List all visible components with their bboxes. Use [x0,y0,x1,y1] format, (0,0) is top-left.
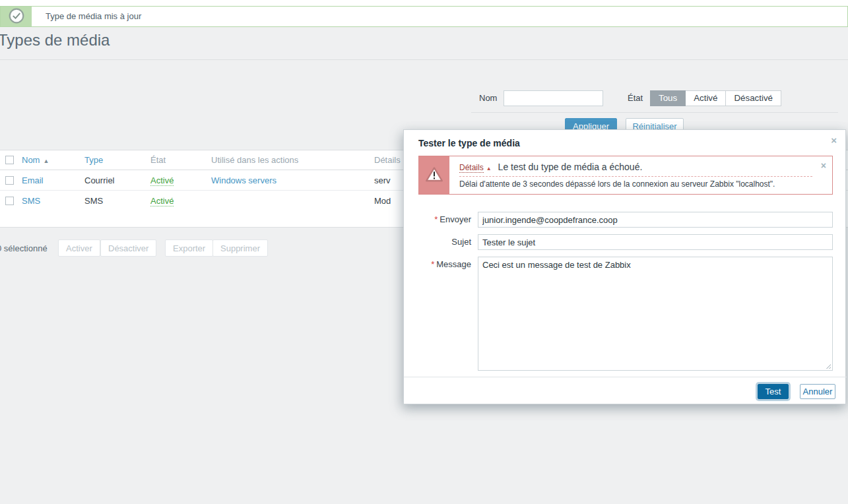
state-toggle-link[interactable]: Activé [150,196,174,206]
deactivate-button[interactable]: Désactiver [100,239,156,257]
filter-state-label: État [628,90,643,106]
message-textarea[interactable]: Ceci est un message de test de Zabbix [478,257,833,371]
column-header-nom[interactable]: Nom [22,155,40,165]
filter-divider [471,112,838,113]
title-divider [0,59,848,60]
send-to-input[interactable] [478,212,833,228]
details-cell: Mod [374,191,391,211]
alert-detail-text: Délai d'attente de 3 secondes dépassé lo… [459,179,812,189]
row-checkbox[interactable] [5,197,14,205]
row-checkbox[interactable] [5,176,14,185]
filter-state-tous-button[interactable]: Tous [650,90,686,106]
select-all-checkbox[interactable] [5,156,14,164]
check-icon [9,8,24,26]
subject-label: Sujet [404,234,471,250]
message-label: *Message [404,257,471,272]
media-type-link[interactable]: Email [22,170,44,191]
column-header-details: Détails [374,150,401,170]
activate-button[interactable]: Activer [58,239,100,257]
filter-state-active-button[interactable]: Activé [686,90,726,106]
details-cell: serv [374,170,391,191]
page-title: Types de média [0,31,110,49]
alert-summary-text: Le test du type de média a échoué. [498,162,643,172]
details-toggle-link[interactable]: Détails [459,163,484,173]
dialog-footer-divider [404,377,847,377]
success-message-bar: Type de média mis à jour [0,6,848,27]
sort-asc-icon: ▲ [43,158,49,164]
required-marker: * [431,259,434,269]
filter-state-segmented: Tous Activé Désactivé [650,90,781,106]
error-alert: Détails ▲ Le test du type de média a éch… [418,156,833,195]
cancel-button[interactable]: Annuler [800,384,835,399]
top-spacer [0,0,848,6]
used-in-actions-link[interactable]: Windows servers [211,170,277,191]
alert-dashed-divider [459,176,812,177]
column-header-utilise: Utilisé dans les actions [211,150,298,170]
selected-count-text: 0 sélectionné [0,243,48,253]
filter-state-desactive-button[interactable]: Désactivé [726,90,781,106]
column-header-type[interactable]: Type [84,150,103,170]
filter-name-input[interactable] [504,90,603,106]
media-type-kind: SMS [84,191,103,211]
alert-body: Détails ▲ Le test du type de média a éch… [449,156,832,194]
send-to-label: *Envoyer [404,212,471,228]
collapse-arrow-icon[interactable]: ▲ [486,166,492,172]
test-media-type-dialog: Tester le type de média × Détails ▲ Le t… [403,129,846,404]
column-header-etat: État [150,150,166,170]
required-marker: * [434,214,438,224]
dialog-title: Tester le type de média [418,138,520,148]
subject-input[interactable] [478,234,833,250]
alert-close-icon[interactable]: × [821,161,826,170]
dialog-close-icon[interactable]: × [831,135,837,145]
media-type-kind: Courriel [84,170,115,191]
alert-icon-cell [419,156,449,194]
filter-name-label: Nom [479,90,497,106]
export-button[interactable]: Exporter [165,239,213,257]
success-message-text: Type de média mis à jour [32,7,141,26]
delete-button[interactable]: Supprimer [212,239,268,257]
media-type-link[interactable]: SMS [22,191,40,211]
state-toggle-link[interactable]: Activé [150,175,174,186]
warning-icon [425,166,443,185]
test-button[interactable]: Test [758,384,789,399]
success-icon-cell [1,7,32,26]
